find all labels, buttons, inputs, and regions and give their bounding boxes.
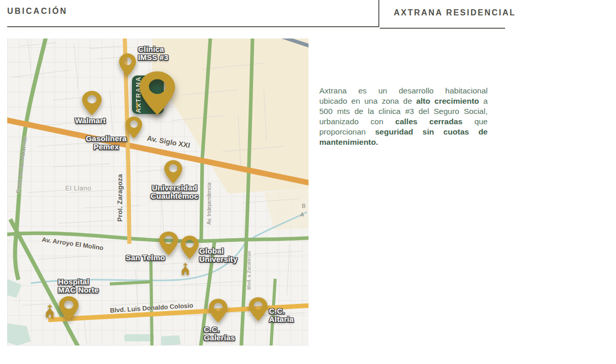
map-pin-hospital-mac-norte bbox=[59, 296, 79, 321]
description-block: Axtrana es un desarrollo habitacionalubi… bbox=[319, 86, 488, 147]
map-pin-cc-altaria bbox=[249, 297, 267, 321]
header-rule-left bbox=[7, 26, 378, 27]
poi-label-hospital-mac-norte: Hospital MAC Norte bbox=[58, 278, 99, 294]
description-last-line: mantenimiento. bbox=[319, 137, 488, 147]
map-pin-axtrana bbox=[140, 71, 175, 116]
poi-label-walmart: Walmart bbox=[75, 117, 106, 125]
map-pin-global-university bbox=[181, 236, 199, 259]
map-edge-letter-b: B bbox=[302, 203, 305, 209]
street-label-independencia: Av. Independencia bbox=[206, 182, 212, 226]
poi-label-san-telmo: San Telmo bbox=[126, 254, 165, 262]
map-edge-letter-a: A bbox=[300, 212, 304, 218]
brand-title: AXTRANA RESIDENCIAL bbox=[394, 8, 516, 17]
church-icon bbox=[44, 304, 56, 318]
poi-label-gasolinera-pemex: Gasolinera Pemex bbox=[82, 135, 131, 151]
street-label-prol-zaragoza: Prol. Zaragoza bbox=[116, 170, 124, 226]
description-text: Axtrana es un desarrollo habitacionalubi… bbox=[319, 86, 488, 137]
poi-label-cc-galerias: C.C. Galerías bbox=[204, 325, 235, 342]
poi-label-cc-altaria: C.C. Altaria bbox=[269, 307, 294, 323]
page-title: UBICACIÓN bbox=[7, 7, 68, 16]
location-map: Av. Siglo XXI Prol. Zaragoza Av. Indepen… bbox=[7, 39, 309, 346]
street-label-zacatecas: Blvd. a Zacatecas bbox=[246, 250, 252, 291]
map-pin-universidad-cuauhtemoc bbox=[164, 160, 182, 184]
poi-label-global-university: Global University bbox=[199, 247, 238, 263]
poi-label-universidad-cuauhtemoc: Universidad Cuauhtémoc bbox=[146, 184, 203, 200]
area-label-el-llano: El Llano bbox=[65, 184, 91, 192]
poi-label-clinica-imss: Clínica IMSS #3 bbox=[138, 45, 168, 62]
church-icon bbox=[180, 263, 191, 275]
map-pin-cc-galerias bbox=[209, 299, 227, 323]
header-rule-right bbox=[380, 28, 505, 29]
header-divider bbox=[378, 0, 379, 27]
map-pin-walmart bbox=[82, 91, 102, 116]
brochure-page: UBICACIÓN AXTRANA RESIDENCIAL bbox=[0, 0, 616, 364]
axtrana-brand-subline bbox=[137, 102, 138, 110]
map-pin-san-telmo bbox=[159, 232, 178, 256]
map-pin-clinica-imss bbox=[119, 53, 136, 76]
